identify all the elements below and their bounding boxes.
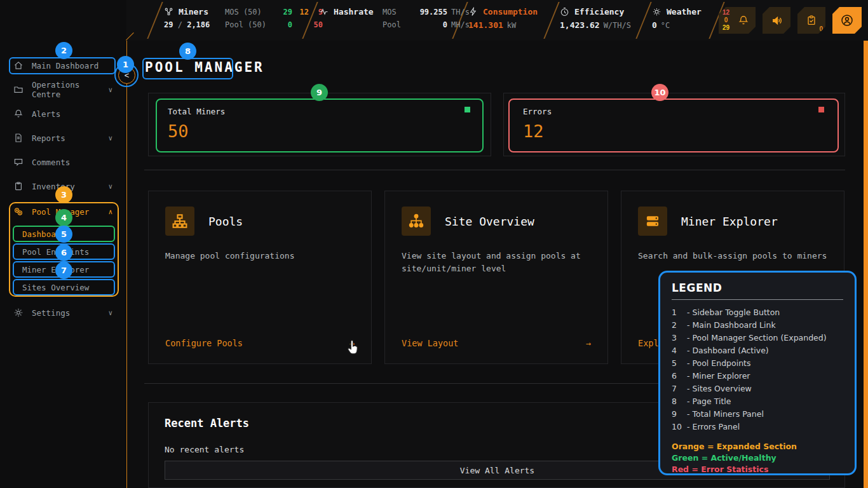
- legend-item-number: 7: [672, 383, 687, 395]
- card-title: Site Overview: [445, 215, 534, 228]
- legend-item: 9 - Total Miners Panel: [672, 408, 843, 421]
- sidebar-item-reports[interactable]: Reports ∨: [8, 130, 119, 146]
- legend-note-green: Green = Active/Healthy: [672, 452, 843, 464]
- sound-button[interactable]: [763, 7, 790, 34]
- legend-item-label: - Miner Explorer: [687, 370, 750, 383]
- consumption-unit: kW: [503, 21, 516, 30]
- hashrate-icon: [319, 7, 329, 17]
- header-actions: 12 0 29 0: [719, 7, 862, 34]
- hashrate-label: Hashrate: [334, 7, 374, 17]
- hashrate-mos-key: MOS: [383, 8, 410, 17]
- sidebar-label: Reports: [32, 133, 65, 143]
- pools-card[interactable]: Pools Manage pool configurations Configu…: [148, 191, 372, 364]
- site-overview-card[interactable]: Site Overview View site layout and assig…: [384, 191, 608, 364]
- message-icon: [13, 157, 24, 167]
- sidebar-subitem-sites-overview[interactable]: Sites Overview: [15, 279, 115, 295]
- red-status-dot: [818, 107, 824, 112]
- legend-note-orange: Orange = Expanded Section: [672, 441, 843, 452]
- annotation-badge-1: 1: [117, 56, 134, 73]
- miners-icon: [164, 7, 173, 17]
- miners-sep: /: [178, 20, 182, 29]
- legend-item-number: 3: [672, 332, 687, 344]
- header-divider: [543, 2, 559, 39]
- miners-label: Miners: [179, 7, 208, 17]
- weather-icon: [652, 7, 661, 17]
- errors-value: 12: [523, 121, 544, 141]
- chevron-down-icon: ∨: [108, 86, 112, 94]
- legend-item: 5 - Pool Endpoints: [672, 357, 843, 370]
- recent-alerts-heading: Recent Alerts: [165, 417, 249, 430]
- vertical-scrollbar[interactable]: [864, 41, 868, 488]
- sidebar-label: Alerts: [32, 109, 60, 119]
- legend-item: 3 - Pool Manager Section (Expanded): [672, 332, 843, 344]
- profile-button[interactable]: [832, 7, 862, 34]
- view-layout-link[interactable]: View Layout: [402, 338, 458, 348]
- file-text-icon: [13, 133, 24, 143]
- legend-item-label: - Dashboard (Active): [687, 344, 769, 357]
- card-title: Pools: [208, 215, 243, 228]
- hashrate-pool-key: Pool: [383, 20, 410, 29]
- legend-item-number: 6: [672, 370, 687, 383]
- sidebar-sublabel: Sites Overview: [22, 283, 89, 292]
- no-alerts-text: No recent alerts: [165, 445, 244, 454]
- legend-item-label: - Total Miners Panel: [687, 408, 764, 421]
- server-stack-icon: [638, 207, 667, 236]
- stat-miners: Miners MOS (50) 29 12 9 29 / 2,186 Pool …: [164, 7, 323, 29]
- sidebar-item-main-dashboard[interactable]: Main Dashboard: [8, 57, 119, 74]
- miners-pool-key: Pool (50): [225, 20, 273, 29]
- weather-value: 0: [652, 20, 657, 30]
- notifications-button[interactable]: 12 0 29: [719, 7, 756, 34]
- annotation-badge-9: 9: [311, 84, 328, 101]
- legend-item-number: 9: [672, 408, 687, 421]
- hashrate-mos-value: 99.255: [410, 8, 447, 17]
- chevron-down-icon: ∨: [108, 182, 112, 191]
- card-title: Miner Explorer: [681, 215, 778, 228]
- card-description: Manage pool configurations: [165, 250, 357, 262]
- consumption-label: Consumption: [483, 7, 538, 17]
- page-title: POOL MANAGER: [145, 60, 264, 75]
- tasks-button[interactable]: 0: [797, 7, 825, 34]
- legend-item-label: - Main Dashboard Link: [687, 319, 776, 332]
- miners-pool-ok: 0: [273, 20, 292, 29]
- bell-icon: [13, 109, 24, 119]
- sidebar-item-alerts[interactable]: Alerts: [8, 105, 119, 122]
- legend-item-label: - Page Title: [687, 395, 731, 408]
- miners-mos-ok: 29: [273, 8, 292, 17]
- annotation-badge-7: 7: [55, 262, 72, 279]
- legend-item: 1 - Sidebar Toggle Button: [672, 306, 843, 319]
- efficiency-icon: [560, 7, 569, 17]
- errors-label: Errors: [523, 107, 552, 116]
- mining-os-screen: Mining OS. Miners MOS (50) 29 12 9 29 / …: [0, 0, 868, 488]
- tasks-badge: 0: [819, 25, 823, 32]
- notification-counts: 12 0 29: [722, 9, 729, 32]
- stat-efficiency: Efficiency 1,423.62W/TH/S: [560, 7, 631, 30]
- hierarchy-icon: [402, 207, 431, 236]
- folder-icon: [13, 85, 24, 95]
- sidebar-label: Settings: [32, 308, 70, 318]
- sidebar-item-comments[interactable]: Comments: [8, 154, 119, 170]
- annotation-badge-3: 3: [55, 186, 72, 203]
- clipboard-check-icon: [806, 15, 817, 26]
- legend-divider: [672, 299, 843, 300]
- legend-item-label: - Errors Panel: [687, 421, 740, 433]
- total-miners-panel: Total Miners 50: [148, 93, 491, 156]
- consumption-value: 141.301: [468, 20, 503, 30]
- configure-pools-link[interactable]: Configure Pools: [165, 338, 243, 348]
- errors-panel: Errors 12: [503, 93, 845, 156]
- legend-items: 1 - Sidebar Toggle Button 2 - Main Dashb…: [672, 306, 843, 433]
- legend-item-label: - Sidebar Toggle Button: [687, 306, 780, 319]
- pool-balls-icon: [13, 207, 24, 217]
- weather-unit: °C: [657, 21, 670, 30]
- legend-item-number: 8: [672, 395, 687, 408]
- legend-item-number: 4: [672, 344, 687, 357]
- legend-item-label: - Pool Manager Section (Expanded): [687, 332, 827, 344]
- annotation-badge-5: 5: [55, 226, 72, 243]
- sidebar-item-operations-centre[interactable]: Operations Centre ∨: [8, 81, 119, 98]
- chevron-up-icon: ∧: [108, 208, 112, 216]
- hashrate-pool-value: 0: [410, 20, 447, 29]
- bell-badge-yellow: 29: [722, 24, 729, 32]
- header-divider: [147, 2, 163, 39]
- sidebar-item-settings[interactable]: Settings ∨: [8, 304, 119, 321]
- annotation-badge-2: 2: [55, 42, 72, 59]
- arrow-right-icon: →: [586, 338, 591, 348]
